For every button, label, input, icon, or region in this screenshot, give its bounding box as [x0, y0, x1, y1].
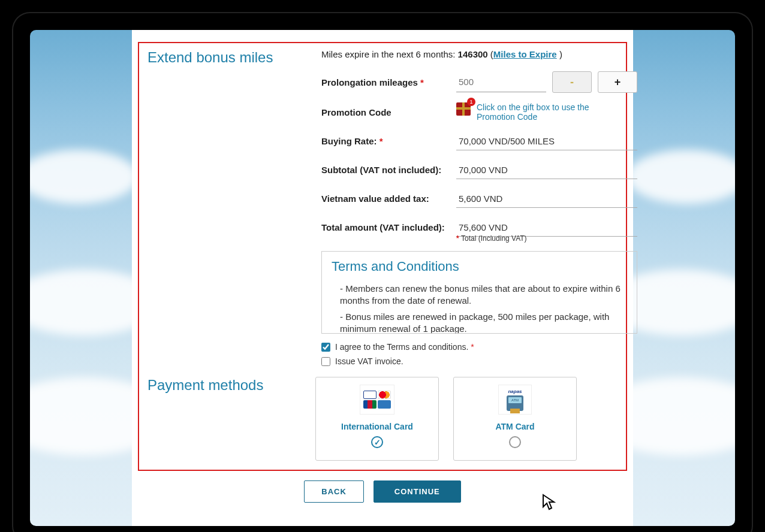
miles-expire-prefix: Miles expire in the next 6 months: [321, 49, 458, 59]
amex-icon [378, 400, 391, 409]
mastercard-icon [378, 391, 391, 399]
payment-atm-card[interactable]: napas ATM Card [453, 377, 577, 461]
buying-rate-label: Buying Rate: * [321, 136, 456, 146]
subtotal-value: 70,000 VND [456, 160, 637, 179]
miles-expire-value: 146300 [458, 49, 488, 59]
content-panel: Extend bonus miles Miles expire in the n… [132, 30, 633, 526]
terms-item: Bonus miles are renewed in package, 500 … [340, 311, 627, 334]
miles-to-expire-link[interactable]: Miles to Expire [493, 49, 557, 59]
total-label: Total amount (VAT included): [321, 222, 456, 232]
form-panel: Extend bonus miles Miles expire in the n… [138, 42, 627, 471]
agree-terms-label: I agree to the Terms and conditions. * [335, 342, 474, 352]
napas-icon: napas [508, 389, 522, 394]
gift-box-button[interactable]: 1 [456, 102, 471, 118]
atm-card-logo: napas [498, 385, 532, 415]
vat-invoice-label: Issue VAT invoice. [335, 356, 403, 366]
agree-terms-row[interactable]: I agree to the Terms and conditions. * [321, 342, 637, 352]
vat-label: Vietnam value added tax: [321, 194, 456, 204]
buying-rate-value: 70,000 VND/500 MILES [456, 131, 637, 150]
intl-card-radio[interactable] [371, 436, 383, 448]
terms-box[interactable]: Terms and Conditions Members can renew t… [321, 251, 637, 334]
promo-hint-text: Click on the gift box to use the Promoti… [477, 102, 609, 122]
visa-icon [363, 391, 377, 399]
vat-value: 5,600 VND [456, 189, 637, 208]
mileage-input[interactable] [456, 72, 546, 92]
subtotal-label: Subtotal (VAT not included): [321, 165, 456, 175]
atm-machine-icon [507, 395, 523, 411]
agree-terms-checkbox[interactable] [321, 343, 330, 352]
terms-item: Members can renew the bonus miles that a… [340, 283, 627, 307]
continue-button[interactable]: CONTINUE [374, 480, 461, 503]
payment-methods-title: Payment methods [147, 377, 315, 461]
atm-card-radio[interactable] [509, 436, 521, 448]
vat-invoice-checkbox[interactable] [321, 357, 330, 366]
gift-badge: 1 [467, 98, 475, 106]
vat-invoice-row[interactable]: Issue VAT invoice. [321, 356, 637, 366]
promo-code-label: Promotion Code [321, 107, 456, 117]
jcb-icon [363, 400, 377, 409]
back-button[interactable]: BACK [304, 480, 364, 503]
miles-expire-info: Miles expire in the next 6 months: 14630… [321, 49, 637, 59]
extend-miles-title: Extend bonus miles [147, 49, 315, 66]
screen: Extend bonus miles Miles expire in the n… [30, 30, 735, 526]
action-buttons: BACK CONTINUE [132, 480, 633, 503]
mileage-decrease-button[interactable]: - [552, 71, 592, 93]
atm-card-label: ATM Card [495, 422, 534, 431]
payment-international-card[interactable]: International Card [315, 377, 439, 461]
mileage-increase-button[interactable]: + [598, 71, 637, 93]
intl-card-label: International Card [341, 422, 413, 431]
device-frame: Extend bonus miles Miles expire in the n… [12, 12, 753, 532]
intl-card-logos [360, 385, 394, 415]
prolongation-label: Prolongation mileages * [321, 77, 456, 87]
terms-title: Terms and Conditions [332, 259, 627, 274]
